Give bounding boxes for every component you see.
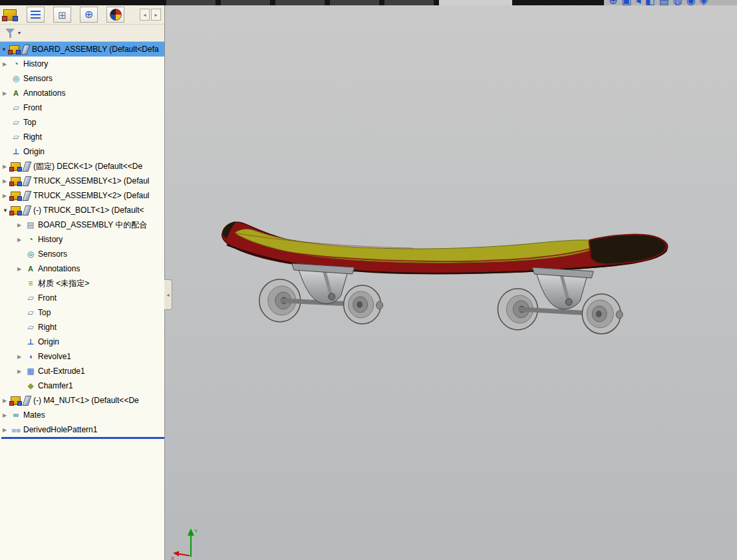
deck-part[interactable] [222, 221, 668, 273]
tree-item-board-assembly[interactable]: ▼BOARD_ASSEMBLY (Default<Defa [0, 42, 164, 57]
hanger-front[interactable] [299, 269, 348, 304]
tree-item-label: DerivedHolePattern1 [23, 425, 97, 434]
tree-item-revolve1[interactable]: ▶Revolve1 [0, 349, 164, 364]
display-style-icon[interactable]: ◍ [673, 0, 682, 7]
panel-collapse-handle[interactable]: ◂ [164, 279, 172, 310]
tree-item-truck-assembly-1[interactable]: ▶TRUCK_ASSEMBLY<1> (Defaul [0, 174, 164, 188]
tree-item-label: (-) M4_NUT<1> (Default<<De [33, 396, 139, 405]
tree-item-top-plane[interactable]: Top [0, 115, 164, 130]
tree-item-label: Origin [23, 147, 45, 156]
window-tab[interactable] [221, 0, 270, 5]
tree-item-annotations-sub[interactable]: ▶Annotations [0, 261, 164, 276]
filter-icon[interactable] [5, 28, 16, 39]
section-view-icon[interactable]: ◧ [645, 0, 655, 7]
expand-closed-icon[interactable]: ▶ [1, 90, 11, 96]
expand-closed-icon[interactable]: ▶ [1, 61, 11, 67]
tree-item-deck[interactable]: ▶(固定) DECK<1> (Default<<De [0, 159, 164, 174]
axle-nut-rear [616, 311, 623, 319]
tree-item-origin[interactable]: Origin [0, 144, 164, 159]
cut-icon [25, 366, 36, 376]
feather-icon [23, 191, 32, 201]
expand-closed-icon[interactable]: ▶ [16, 354, 25, 360]
scroll-left-button[interactable]: ◂ [140, 9, 150, 21]
tree-item-top-plane-sub[interactable]: Top [0, 305, 164, 320]
expand-closed-icon[interactable]: ▶ [16, 368, 25, 374]
plane-icon [25, 308, 36, 317]
feather-icon [23, 396, 32, 406]
asm-icon [9, 45, 19, 54]
tree-item-right-plane-sub[interactable]: Right [0, 320, 164, 335]
tree-item-history-sub[interactable]: ▶History [0, 232, 164, 247]
tree-item-sensors[interactable]: Sensors [0, 71, 164, 86]
featuremanager-panel: ⊞ ⊕ ◂ ▸ ▾ ▼BOARD_ASSEMBLY (Default<Defa▶… [0, 5, 164, 560]
wheel-rear-near[interactable] [582, 294, 621, 334]
tree-item-right-plane[interactable]: Right [0, 130, 164, 144]
expand-closed-icon[interactable]: ▶ [1, 427, 11, 433]
orientation-triad: Y X [171, 528, 198, 560]
filter-row: ▾ [0, 25, 164, 42]
tree-item-derived-hole-pattern1[interactable]: ▶DerivedHolePattern1 [0, 422, 164, 437]
deck-nose-dark[interactable] [589, 235, 666, 265]
zoom-to-area-icon[interactable]: ▣ [621, 0, 631, 7]
sensors-icon [25, 249, 36, 259]
tree-item-truck-bolt[interactable]: ▼(-) TRUCK_BOLT<1> (Default< [0, 203, 164, 217]
solidworks-window: ⊕▣◂◧▤◍◉◈ ⊞ ⊕ ◂ ▸ [0, 0, 737, 560]
previous-view-icon[interactable]: ◂ [636, 0, 641, 7]
window-tab[interactable] [384, 0, 434, 5]
expand-closed-icon[interactable]: ▶ [16, 237, 25, 243]
rollback-bar[interactable] [1, 437, 164, 439]
featuremanager-tab[interactable] [27, 7, 45, 23]
feather-icon [23, 206, 32, 215]
tree-item-chamfer1[interactable]: Chamfer1 [0, 378, 164, 393]
view-orientation-icon[interactable]: ▤ [659, 0, 669, 7]
truck-assembly-rear[interactable] [498, 267, 623, 334]
wheel-front-near[interactable] [344, 285, 381, 324]
tree-item-label: Sensors [23, 74, 53, 83]
annot-icon [25, 264, 36, 273]
truck-assembly-front[interactable] [259, 263, 383, 324]
y-axis-label: Y [194, 528, 198, 534]
tree-item-cut-extrude1[interactable]: ▶Cut-Extrude1 [0, 364, 164, 378]
displaymanager-tab[interactable] [106, 7, 124, 23]
graphics-viewport[interactable]: Y X [164, 5, 737, 560]
tree-item-label: TRUCK_ASSEMBLY<1> (Defaul [33, 176, 150, 186]
tree-item-origin-sub[interactable]: Origin [0, 335, 164, 349]
tree-item-mates[interactable]: ▶Mates [0, 408, 164, 422]
expand-closed-icon[interactable]: ▶ [16, 266, 25, 272]
propertymanager-tab[interactable]: ⊞ [53, 7, 71, 23]
hide-show-items-icon[interactable]: ◉ [686, 0, 696, 7]
feather-icon [23, 176, 32, 186]
skateboard-model[interactable]: Y X [165, 5, 737, 560]
expand-closed-icon[interactable]: ▶ [1, 412, 11, 418]
expand-closed-icon[interactable]: ▶ [16, 222, 25, 228]
panel-toolbar: ⊞ ⊕ ◂ ▸ [0, 5, 164, 25]
window-tab[interactable] [166, 0, 216, 5]
tree-item-label: Front [38, 293, 57, 303]
scene-settings-icon[interactable]: ◈ [700, 0, 708, 7]
window-tab[interactable] [439, 0, 512, 5]
tree-item-label: 材质 <未指定> [38, 278, 89, 289]
window-tab[interactable] [275, 0, 325, 5]
tree-item-label: (固定) DECK<1> (Default<<De [33, 161, 142, 172]
configurationmanager-tab[interactable]: ⊕ [80, 7, 98, 23]
tree-item-label: Right [38, 323, 57, 332]
y-axis-arrow [188, 529, 194, 536]
tree-item-history[interactable]: ▶History [0, 57, 164, 71]
tree-item-front-plane[interactable]: Front [0, 100, 164, 115]
assembly-document-icon[interactable] [3, 9, 17, 21]
tree-item-sensors-sub[interactable]: Sensors [0, 247, 164, 261]
scroll-right-button[interactable]: ▸ [151, 9, 161, 21]
tree-item-m4-nut[interactable]: ▶(-) M4_NUT<1> (Default<<De [0, 393, 164, 408]
tree-item-mates-in-board-assembly[interactable]: ▶BOARD_ASSEMBLY 中的配合 [0, 217, 164, 232]
tree-item-label: Front [23, 103, 42, 112]
tree-item-annotations[interactable]: ▶Annotations [0, 86, 164, 100]
tree-item-front-plane-sub[interactable]: Front [0, 291, 164, 305]
window-tab[interactable] [330, 0, 379, 5]
tree-item-label: History [38, 235, 63, 244]
tree-item-label: Top [38, 308, 51, 317]
tree-item-material[interactable]: 材质 <未指定> [0, 276, 164, 291]
axle-nut-front [376, 301, 383, 309]
zoom-to-fit-icon[interactable]: ⊕ [609, 0, 617, 7]
tree-item-truck-assembly-2[interactable]: ▶TRUCK_ASSEMBLY<2> (Defaul [0, 188, 164, 203]
filter-dropdown-icon[interactable]: ▾ [18, 30, 21, 36]
